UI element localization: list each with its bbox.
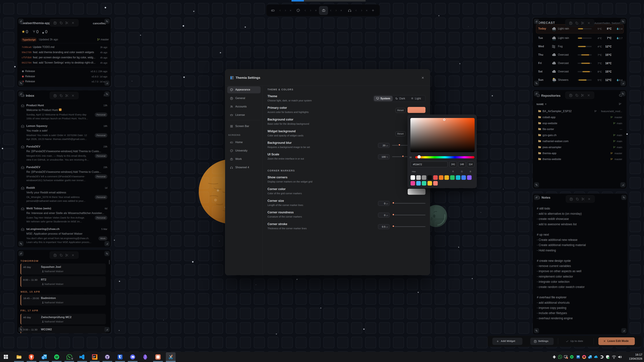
svg-text:RD: RD — [93, 356, 95, 357]
